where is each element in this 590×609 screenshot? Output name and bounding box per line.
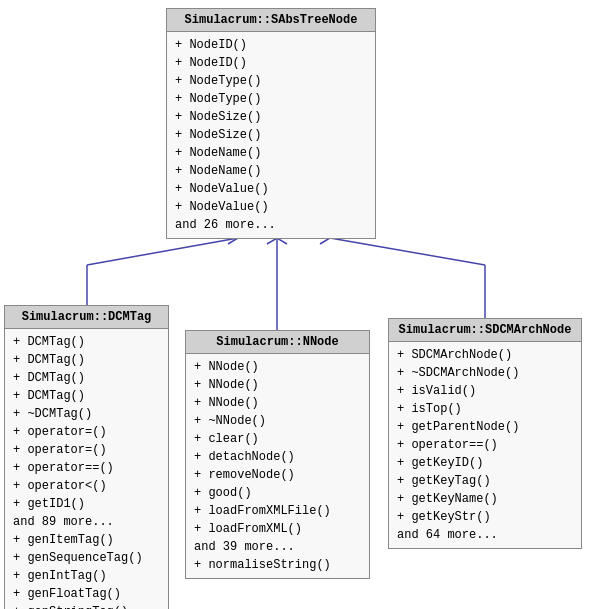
nnode-members: + NNode() + NNode() + NNode() + ~NNode()… [186, 354, 369, 578]
sdcm-arch-node-members: + SDCMArchNode() + ~SDCMArchNode() + isV… [389, 342, 581, 548]
svg-line-1 [87, 238, 238, 265]
sdcm-arch-node-title: Simulacrum::SDCMArchNode [389, 319, 581, 342]
uml-diagram: Simulacrum::SAbsTreeNode + NodeID() + No… [0, 0, 590, 609]
sdcm-arch-node-box: Simulacrum::SDCMArchNode + SDCMArchNode(… [388, 318, 582, 549]
dcm-tag-members: + DCMTag() + DCMTag() + DCMTag() + DCMTa… [5, 329, 168, 609]
abs-tree-node-title: Simulacrum::SAbsTreeNode [167, 9, 375, 32]
nnode-box: Simulacrum::NNode + NNode() + NNode() + … [185, 330, 370, 579]
svg-line-4 [330, 238, 485, 265]
abs-tree-node-box: Simulacrum::SAbsTreeNode + NodeID() + No… [166, 8, 376, 239]
nnode-title: Simulacrum::NNode [186, 331, 369, 354]
dcm-tag-box: Simulacrum::DCMTag + DCMTag() + DCMTag()… [4, 305, 169, 609]
abs-tree-node-members: + NodeID() + NodeID() + NodeType() + Nod… [167, 32, 375, 238]
dcm-tag-title: Simulacrum::DCMTag [5, 306, 168, 329]
